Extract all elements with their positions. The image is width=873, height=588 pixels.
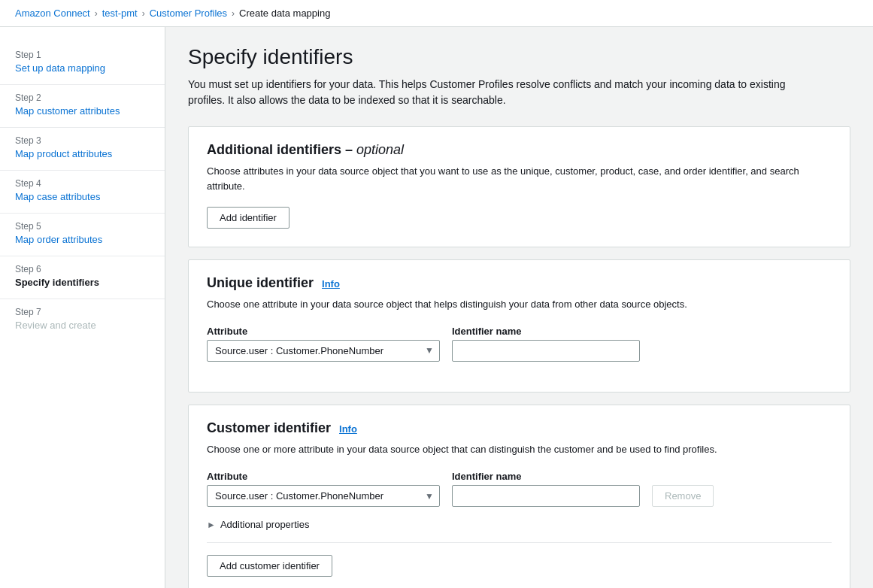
sidebar-item-map-customer-attributes[interactable]: Map customer attributes <box>15 105 150 117</box>
unique-identifier-info-link[interactable]: Info <box>322 278 340 289</box>
main-content: Specify identifiers You must set up iden… <box>165 27 873 588</box>
customer-identifier-description: Choose one or more attribute in your dat… <box>207 442 832 457</box>
sidebar-step-2: Step 2 Map customer attributes <box>0 85 165 128</box>
main-layout: Step 1 Set up data mapping Step 2 Map cu… <box>0 27 873 588</box>
customer-identifier-attribute-label: Attribute <box>207 471 440 482</box>
breadcrumb-test-pmt[interactable]: test-pmt <box>102 8 138 19</box>
additional-identifiers-title-prefix: Additional identifiers – <box>207 142 356 157</box>
customer-identifier-name-input[interactable] <box>452 485 640 507</box>
unique-identifier-section: Unique identifier Info Choose one attrib… <box>188 259 850 393</box>
triangle-right-icon: ► <box>207 520 216 530</box>
additional-identifiers-section: Additional identifiers – optional Choose… <box>188 126 850 247</box>
section-divider <box>207 542 832 543</box>
additional-identifiers-title-italic: optional <box>356 142 404 157</box>
remove-customer-identifier-button[interactable]: Remove <box>652 485 714 507</box>
additional-identifiers-title: Additional identifiers – optional <box>207 142 832 158</box>
sidebar-step-5: Step 5 Map order attributes <box>0 214 165 256</box>
customer-identifier-attribute-select-wrapper: Source.user : Customer.PhoneNumber ▼ <box>207 485 440 507</box>
additional-properties-label: Additional properties <box>220 519 310 530</box>
breadcrumb-sep-2: › <box>142 8 145 19</box>
unique-identifier-name-input[interactable] <box>452 340 640 362</box>
breadcrumb-sep-3: › <box>232 8 235 19</box>
step-1-number: Step 1 <box>15 50 150 60</box>
sidebar-item-map-product-attributes[interactable]: Map product attributes <box>15 148 150 159</box>
sidebar: Step 1 Set up data mapping Step 2 Map cu… <box>0 27 165 588</box>
page-title: Specify identifiers <box>188 45 850 69</box>
sidebar-step-3: Step 3 Map product attributes <box>0 128 165 171</box>
step-7-number: Step 7 <box>15 307 150 317</box>
customer-identifier-name-field: Identifier name <box>452 471 640 507</box>
sidebar-item-map-order-attributes[interactable]: Map order attributes <box>15 234 150 245</box>
sidebar-step-7: Step 7 Review and create <box>0 299 165 341</box>
unique-identifier-attribute-field: Attribute Source.user : Customer.PhoneNu… <box>207 326 440 362</box>
sidebar-item-set-up-data-mapping[interactable]: Set up data mapping <box>15 62 150 74</box>
sidebar-step-6: Step 6 Specify identifiers <box>0 256 165 299</box>
unique-identifier-attribute-select[interactable]: Source.user : Customer.PhoneNumber <box>207 340 440 362</box>
customer-identifier-attribute-select[interactable]: Source.user : Customer.PhoneNumber <box>207 485 440 507</box>
page-description: You must set up identifiers for your dat… <box>188 77 805 108</box>
customer-identifier-title-text: Customer identifier <box>207 420 331 435</box>
customer-identifier-info-link[interactable]: Info <box>339 423 357 435</box>
step-5-number: Step 5 <box>15 221 150 232</box>
sidebar-item-review-and-create: Review and create <box>15 320 150 331</box>
breadcrumb: Amazon Connect › test-pmt › Customer Pro… <box>0 0 873 27</box>
breadcrumb-sep-1: › <box>95 8 98 19</box>
add-identifier-button[interactable]: Add identifier <box>207 207 289 229</box>
sidebar-item-specify-identifiers: Specify identifiers <box>15 277 150 288</box>
sidebar-step-4: Step 4 Map case attributes <box>0 171 165 214</box>
unique-identifier-form-row: Attribute Source.user : Customer.PhoneNu… <box>207 326 832 362</box>
unique-identifier-attribute-select-wrapper: Source.user : Customer.PhoneNumber ▼ <box>207 340 440 362</box>
unique-identifier-name-field: Identifier name <box>452 326 640 362</box>
customer-identifier-form-row: Attribute Source.user : Customer.PhoneNu… <box>207 470 832 507</box>
customer-identifier-section: Customer identifier Info Choose one or m… <box>188 405 850 589</box>
unique-identifier-attribute-label: Attribute <box>207 326 440 337</box>
customer-identifier-attribute-field: Attribute Source.user : Customer.PhoneNu… <box>207 471 440 507</box>
add-customer-identifier-button[interactable]: Add customer identifier <box>207 555 332 577</box>
step-6-number: Step 6 <box>15 264 150 274</box>
unique-identifier-title: Unique identifier Info <box>207 275 832 291</box>
breadcrumb-customer-profiles[interactable]: Customer Profiles <box>150 8 227 19</box>
customer-identifier-name-label: Identifier name <box>452 471 640 482</box>
sidebar-item-map-case-attributes[interactable]: Map case attributes <box>15 191 150 202</box>
breadcrumb-create-data-mapping: Create data mapping <box>239 8 330 19</box>
customer-identifier-remove-field: Remove <box>652 470 714 507</box>
customer-identifier-title: Customer identifier Info <box>207 420 832 436</box>
step-4-number: Step 4 <box>15 178 150 189</box>
unique-identifier-title-text: Unique identifier <box>207 275 314 290</box>
step-2-number: Step 2 <box>15 92 150 103</box>
unique-identifier-description: Choose one attribute in your data source… <box>207 297 832 312</box>
sidebar-step-1: Step 1 Set up data mapping <box>0 42 165 85</box>
breadcrumb-amazon-connect[interactable]: Amazon Connect <box>15 8 90 19</box>
additional-identifiers-description: Choose attributes in your data source ob… <box>207 164 832 193</box>
unique-identifier-name-label: Identifier name <box>452 326 640 337</box>
step-3-number: Step 3 <box>15 135 150 146</box>
additional-properties-toggle[interactable]: ► Additional properties <box>207 519 832 530</box>
